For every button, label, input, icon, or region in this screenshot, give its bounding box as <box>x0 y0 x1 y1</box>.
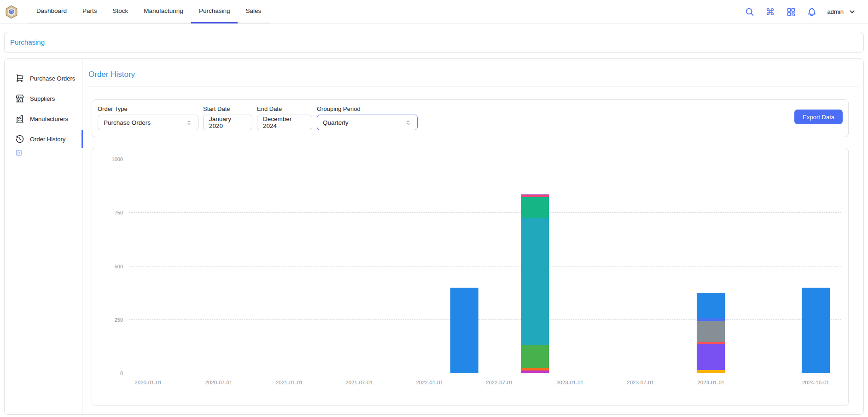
bar-segment <box>521 371 549 373</box>
tab-dashboard[interactable]: Dashboard <box>29 0 75 23</box>
sidebar-item-purchase-orders[interactable]: Purchase Orders <box>5 68 82 88</box>
tab-stock[interactable]: Stock <box>105 0 136 23</box>
y-axis-tick-label: 1000 <box>112 156 123 162</box>
bar-segment <box>450 288 478 373</box>
chevron-down-icon <box>848 8 856 16</box>
sidebar-collapse-icon[interactable] <box>15 150 23 158</box>
qr-scan-icon[interactable] <box>786 7 796 17</box>
username: admin <box>827 8 844 15</box>
bar-segment <box>697 344 725 370</box>
start-date-input[interactable]: January 2020 <box>203 115 252 130</box>
end-date-input[interactable]: December 2024 <box>257 115 312 130</box>
content-area: Order History Order Type Purchase Orders… <box>82 59 863 414</box>
y-axis-tick-label: 750 <box>115 210 123 215</box>
breadcrumb[interactable]: Purchasing <box>10 38 45 46</box>
user-menu[interactable]: admin <box>827 8 856 16</box>
breadcrumb-bar: Purchasing <box>4 32 864 53</box>
bar-segment <box>802 288 830 373</box>
sidebar-item-manufacturers[interactable]: Manufacturers <box>5 109 82 129</box>
shopping-cart-icon <box>15 74 24 83</box>
x-axis-tick-label: 2021-01-01 <box>276 380 303 385</box>
x-axis-tick-label: 2024-01-01 <box>697 380 724 385</box>
start-date-label: Start Date <box>203 105 252 112</box>
sidebar-item-label: Manufacturers <box>30 116 68 122</box>
app-logo-icon[interactable] <box>5 5 18 19</box>
start-date-field: Start Date January 2020 <box>203 105 252 130</box>
select-chevrons-icon <box>186 119 192 126</box>
x-axis-tick-label: 2021-07-01 <box>345 380 373 385</box>
main-panel: Purchase OrdersSuppliersManufacturersOrd… <box>4 58 864 415</box>
grouping-period-select[interactable]: Quarterly <box>317 115 418 130</box>
sidebar-item-label: Suppliers <box>30 95 55 102</box>
end-date-field: End Date December 2024 <box>257 105 312 130</box>
x-axis-tick-label: 2020-01-01 <box>134 380 162 385</box>
x-axis-tick-label: 2020-07-01 <box>205 380 233 385</box>
tab-parts[interactable]: Parts <box>75 0 105 23</box>
order-type-select[interactable]: Purchase Orders <box>98 115 198 130</box>
filter-toolbar: Order Type Purchase Orders Start Date Ja… <box>92 99 849 137</box>
sidebar: Purchase OrdersSuppliersManufacturersOrd… <box>5 59 82 414</box>
x-axis-tick-label: 2023-01-01 <box>556 380 583 385</box>
y-axis-tick-label: 250 <box>115 317 123 323</box>
tab-purchasing[interactable]: Purchasing <box>191 0 238 23</box>
y-axis-tick-label: 500 <box>115 264 123 269</box>
x-axis-tick-label: 2024-10-01 <box>802 380 829 385</box>
bar-segment <box>521 345 549 368</box>
tab-sales[interactable]: Sales <box>238 0 269 23</box>
select-chevrons-icon <box>405 119 412 126</box>
gridline-y-500 <box>129 266 841 266</box>
bar-segment <box>697 321 725 342</box>
page-title: Order History <box>88 70 858 79</box>
gridline-y-1000 <box>129 159 841 159</box>
x-axis-tick-label: 2022-07-01 <box>486 380 513 385</box>
chart-bar-2022-q2-2022-04-01-[interactable] <box>450 288 478 373</box>
end-date-label: End Date <box>257 105 312 112</box>
command-palette-icon[interactable]: ⌘ <box>765 7 775 17</box>
nav-tabs: DashboardPartsStockManufacturingPurchasi… <box>29 0 269 23</box>
gridline-y-0 <box>129 373 841 373</box>
chart-plot: 025050075010002020-01-012020-07-012021-0… <box>129 159 841 373</box>
x-axis-tick-label: 2022-01-01 <box>416 380 443 385</box>
notifications-bell-icon[interactable] <box>807 7 817 17</box>
bar-segment <box>697 370 725 373</box>
top-navbar: DashboardPartsStockManufacturingPurchasi… <box>0 0 868 24</box>
bar-segment <box>697 293 725 319</box>
sidebar-item-label: Order History <box>30 136 65 143</box>
history-clock-icon <box>15 134 24 144</box>
sidebar-item-order-history[interactable]: Order History <box>5 129 82 149</box>
y-axis-tick-label: 0 <box>120 371 123 376</box>
grouping-period-label: Grouping Period <box>317 105 418 112</box>
sidebar-item-suppliers[interactable]: Suppliers <box>5 88 82 109</box>
order-type-field: Order Type Purchase Orders <box>98 105 198 130</box>
storefront-icon <box>15 94 24 103</box>
gridline-y-250 <box>129 319 841 320</box>
chart-bar-2024-q4-2024-10-01-[interactable] <box>802 288 830 373</box>
grouping-period-field: Grouping Period Quarterly <box>317 105 418 130</box>
topbar-actions: ⌘ admin <box>745 7 856 17</box>
title-divider <box>88 86 858 87</box>
chart-bar-2024-q1-2024-01-01-[interactable] <box>697 293 725 373</box>
sidebar-items: Purchase OrdersSuppliersManufacturersOrd… <box>5 68 82 149</box>
search-icon[interactable] <box>745 7 755 17</box>
order-history-chart: 025050075010002020-01-012020-07-012021-0… <box>92 148 849 406</box>
sidebar-item-label: Purchase Orders <box>30 75 75 82</box>
factory-icon <box>15 114 24 123</box>
x-axis-tick-label: 2023-07-01 <box>627 380 654 385</box>
chart-bar-2022-q4-2022-10-01-[interactable] <box>521 194 549 373</box>
bar-segment <box>521 218 549 345</box>
bar-segment <box>521 197 549 218</box>
export-data-button[interactable]: Export Data <box>794 110 843 124</box>
tab-manufacturing[interactable]: Manufacturing <box>136 0 191 23</box>
order-type-label: Order Type <box>98 105 198 112</box>
gridline-y-750 <box>129 212 841 213</box>
